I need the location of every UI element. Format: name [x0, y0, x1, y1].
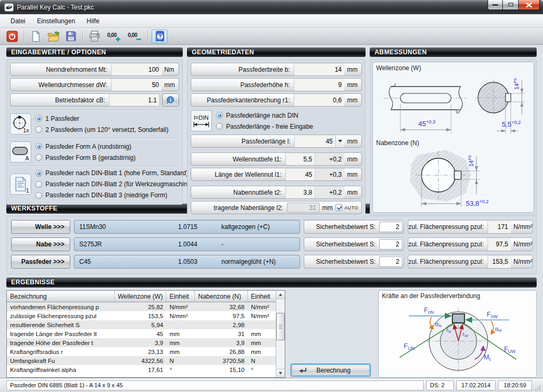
title-bar[interactable]: Parallel Key Calc - Test.pkc: [0, 0, 543, 14]
field-label: Länge der Wellennut l1:: [191, 171, 285, 178]
field-nabenlaenge: tragende Nabenlänge l2: 31 mm AUTO: [191, 201, 362, 214]
passfederbreite-input[interactable]: 14: [294, 63, 344, 75]
close-button[interactable]: [518, 0, 540, 10]
dimensions-drawing: Wellenzone (W): [372, 62, 534, 213]
radio-2-passfedern[interactable]: [35, 126, 42, 133]
auto-checkbox[interactable]: [335, 204, 342, 211]
field-unit: mm: [344, 138, 361, 145]
passfeder-material-field[interactable]: C45 1.0503 normalgeglüht (+N): [74, 255, 300, 269]
table-scrollbar[interactable]: [276, 291, 285, 377]
shaft-drawing: 45+0,3: [376, 72, 530, 139]
safety-field: Sicherheitsbeiwert S: 2: [304, 220, 404, 234]
radio-label: 1 Passfeder: [45, 115, 79, 122]
nenndrehmoment-input[interactable]: 100: [111, 63, 162, 75]
col-header[interactable]: Nabenzone (N): [195, 291, 248, 302]
app-icon: [4, 3, 14, 12]
save-icon: [65, 31, 77, 42]
wellennuttiefe-input[interactable]: 5,5: [285, 153, 315, 165]
radio-din-blatt-3[interactable]: [35, 192, 42, 199]
info-button[interactable]: [162, 93, 179, 107]
arrow-down-icon: [279, 372, 282, 376]
open-file-button[interactable]: [45, 30, 61, 43]
passfederlaenge-input[interactable]: 45: [294, 135, 335, 147]
col-header[interactable]: Bezeichnung: [7, 291, 115, 302]
radio-form-b[interactable]: [35, 154, 42, 161]
nabennuttiefe-input[interactable]: 3,8: [285, 186, 315, 198]
radio-din-blatt-2[interactable]: [35, 181, 42, 188]
maximize-button[interactable]: [503, 0, 518, 10]
scrollbar-thumb[interactable]: [276, 313, 285, 340]
force-label: FUN: [404, 342, 414, 351]
resize-grip[interactable]: [535, 385, 541, 391]
angle-label: αW: [495, 326, 502, 333]
scroll-down-button[interactable]: [276, 369, 285, 377]
status-date: 17.02.2014: [456, 380, 495, 390]
passfeder-count-group: 1x 1 Passfeder 2 Passfedern (um 120° ver…: [10, 113, 179, 135]
col-header[interactable]: Wellenzone (W): [115, 291, 166, 302]
exit-button[interactable]: [4, 30, 20, 43]
new-file-button[interactable]: [28, 30, 44, 43]
icon-badge: 1x: [23, 127, 29, 133]
table-row: Kraftangriffsradius r23,13mm26,88mm: [7, 347, 276, 356]
table-row: Umfangskraft Fu4322,56N3720,58N: [7, 356, 276, 365]
col-header[interactable]: Einheit: [166, 291, 195, 302]
menu-hilfe[interactable]: Hilfe: [81, 15, 105, 27]
field-unit: mm: [344, 81, 361, 89]
close-icon: [526, 3, 532, 7]
save-button[interactable]: [63, 30, 79, 43]
scroll-up-button[interactable]: [276, 291, 285, 299]
safety-input[interactable]: 2: [379, 256, 402, 267]
radio-laenge-frei[interactable]: [216, 123, 223, 130]
radio-1-passfeder[interactable]: [35, 115, 42, 122]
col-header[interactable]: Einheit: [248, 291, 276, 302]
table-row: Kraftangriffswinkel alpha17,61°15,10°: [7, 365, 276, 374]
field-wellennuttiefe: Wellennuttiefe t1: 5,5 +0,2 mm: [191, 152, 362, 166]
tolerance-value: +0,2: [315, 186, 344, 198]
menu-einstellungen[interactable]: Einstellungen: [32, 15, 80, 27]
passfeder-form-group: A Passfeder Form A (rundstirnig) Passfed…: [10, 141, 179, 162]
pressure-value: 171: [488, 221, 511, 233]
passfederlaenge-dropdown[interactable]: [335, 135, 344, 147]
arrow-up-icon: [279, 292, 282, 296]
radio-din-blatt-1[interactable]: [35, 170, 42, 177]
laenge-wellennut-input[interactable]: 45: [285, 168, 315, 180]
app-window: Parallel Key Calc - Test.pkc Datei Einst…: [0, 0, 543, 392]
field-passfederhoehe: Passfederhöhe h: 9 mm: [191, 78, 362, 91]
nabenlaenge-input[interactable]: 31: [287, 203, 320, 213]
field-label: zul. Flächenpressung pzul:: [408, 223, 488, 231]
radio-laenge-din[interactable]: [216, 112, 223, 119]
field-unit: mm: [344, 156, 361, 163]
radio-label: Passfeder Form A (rundstirnig): [45, 143, 132, 150]
welle-material-field[interactable]: 11SMn30 1.0715 kaltgezogen (+C): [74, 220, 300, 234]
print-button[interactable]: [87, 30, 102, 43]
table-row: resultierende Sicherheit S5,942,98: [7, 320, 276, 329]
passfederhoehe-input[interactable]: 9: [294, 79, 344, 91]
berechnung-button[interactable]: Berechnung: [291, 364, 371, 377]
betriebsfaktor-input[interactable]: 1.1: [109, 94, 160, 106]
kantenbrechung-input[interactable]: 0,6: [294, 94, 344, 106]
window-title: Parallel Key Calc - Test.pkc: [17, 4, 488, 11]
help-button[interactable]: [152, 30, 167, 43]
wellendurchmesser-input[interactable]: 50: [111, 79, 162, 91]
table-row: zulässige Flächenpressung pzul153,5N/mm²…: [7, 311, 276, 320]
safety-field: Sicherheitsbeiwert S: 2: [304, 255, 404, 269]
decimals-increase-button[interactable]: 0,00: [104, 30, 123, 43]
passfeder-button[interactable]: Passfeder >>>: [11, 255, 70, 269]
welle-button[interactable]: Welle >>>: [11, 220, 70, 234]
nabe-material-field[interactable]: S275JR 1.0044 -: [74, 237, 300, 251]
minimize-button[interactable]: [488, 0, 503, 10]
force-label: FnN: [424, 307, 434, 315]
nabe-button[interactable]: Nabe >>>: [11, 237, 70, 251]
section-header-eingabewerte: EINGABEWERTE / OPTIONEN: [6, 47, 183, 57]
menu-datei[interactable]: Datei: [5, 15, 31, 27]
radio-form-a[interactable]: [35, 143, 42, 150]
safety-input[interactable]: 2: [379, 239, 402, 250]
decimals-decrease-button[interactable]: 0,00: [125, 30, 144, 43]
hub-drawing: 14P9 53,8+0,2: [376, 147, 530, 210]
exit-icon: [6, 31, 18, 42]
field-label: Passfederlänge l:: [191, 138, 294, 145]
scrollbar-track[interactable]: [276, 299, 285, 369]
material-name: S275JR: [74, 241, 178, 248]
panel-eingabewerte: EINGABEWERTE / OPTIONEN Nenndrehmoment M…: [6, 47, 183, 200]
safety-input[interactable]: 2: [379, 222, 402, 232]
